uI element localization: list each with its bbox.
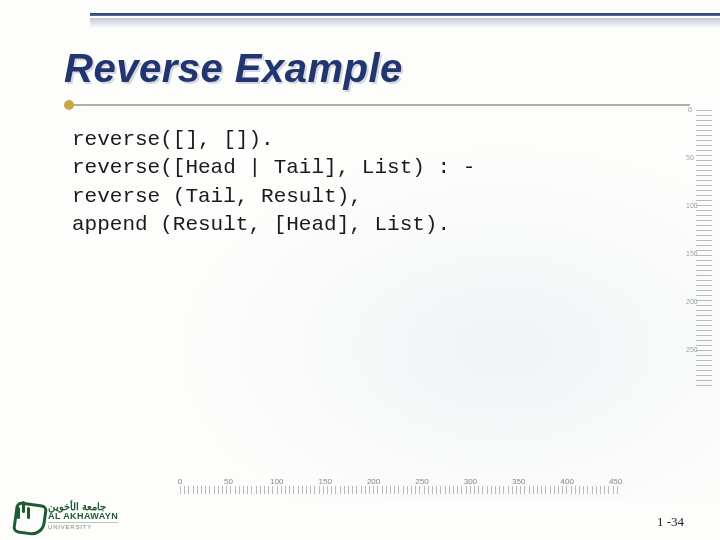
code-block: reverse([], []). reverse([Head | Tail], … — [72, 126, 475, 239]
ruler-label: 250 — [415, 477, 428, 486]
logo-text: جامعة الأخوين AL AKHAWAYN UNIVERSITY — [48, 502, 118, 530]
ruler-label: 50 — [224, 477, 233, 486]
ruler-label: 100 — [686, 203, 694, 209]
code-line: append (Result, [Head], List). — [72, 213, 450, 236]
code-line: reverse([Head | Tail], List) : - — [72, 156, 475, 179]
ruler-label: 200 — [367, 477, 380, 486]
ruler-label: 0 — [178, 477, 182, 486]
horizontal-ruler: 0 50 100 150 200 250 300 350 400 450 — [180, 476, 620, 494]
title-container: Reverse Example — [64, 46, 690, 106]
ruler-label: 150 — [319, 477, 332, 486]
ruler-ticks — [180, 486, 620, 494]
ruler-label: 50 — [686, 155, 694, 161]
ruler-ticks — [696, 110, 712, 390]
ruler-label: 300 — [464, 477, 477, 486]
code-line: reverse (Tail, Result), — [72, 185, 362, 208]
top-decor-bar — [0, 0, 720, 30]
ruler-label: 150 — [686, 251, 694, 257]
ruler-label: 450 — [609, 477, 622, 486]
ruler-label: 0 — [686, 107, 694, 113]
ruler-label: 200 — [686, 299, 694, 305]
logo-subtitle: UNIVERSITY — [48, 522, 118, 530]
logo-icon — [10, 499, 44, 533]
university-logo: جامعة الأخوين AL AKHAWAYN UNIVERSITY — [10, 496, 150, 536]
code-line: reverse([], []). — [72, 128, 274, 151]
page-number: 1 -34 — [657, 514, 684, 530]
logo-english: AL AKHAWAYN — [48, 512, 118, 521]
ruler-label: 100 — [270, 477, 283, 486]
ruler-label: 250 — [686, 347, 694, 353]
ruler-label: 350 — [512, 477, 525, 486]
vertical-ruler: 0 50 100 150 200 250 — [688, 110, 714, 390]
slide-title: Reverse Example — [64, 46, 690, 91]
ruler-label: 400 — [561, 477, 574, 486]
